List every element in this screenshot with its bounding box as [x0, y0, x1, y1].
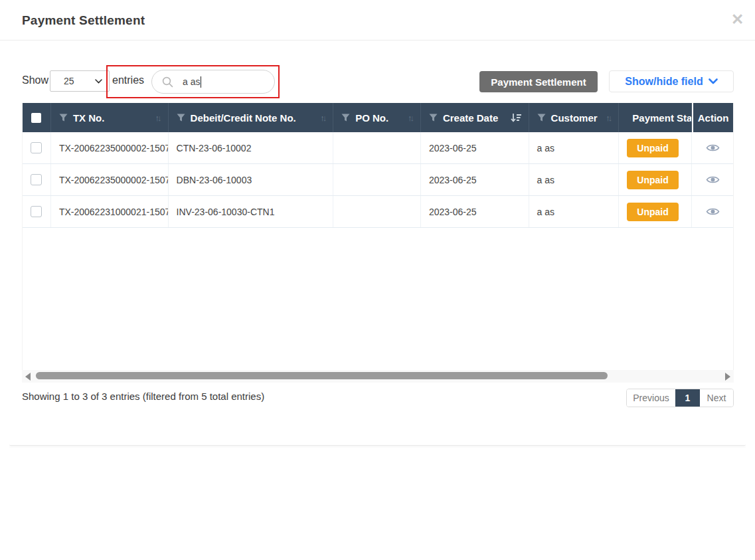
header-label: PO No. [355, 112, 388, 124]
payment-settlement-table: TX No.↑↓Debeit/Credit Note No.↑↓PO No.↑↓… [22, 103, 734, 370]
cell-customer: a as [529, 132, 620, 163]
cell-payment_status: Unpaid [619, 164, 692, 195]
filter-icon[interactable] [341, 114, 350, 122]
show-hide-field-label: Show/hide field [625, 76, 703, 88]
table-row: TX-20062235000002-15076DBN-23-06-1000320… [23, 164, 733, 196]
search-icon [162, 76, 173, 88]
table-body: TX-20062235000002-15076CTN-23-06-1000220… [23, 132, 733, 228]
scroll-right-icon[interactable] [725, 373, 730, 381]
header-cell-payment_status[interactable]: Payment Sta [619, 103, 692, 132]
chevron-down-icon [95, 79, 102, 84]
eye-icon[interactable] [706, 175, 720, 184]
status-badge[interactable]: Unpaid [627, 203, 678, 221]
cell-tx_no: TX-20062231000021-15076 [51, 196, 169, 227]
previous-button[interactable]: Previous [627, 389, 675, 407]
pagination: Previous 1 Next [626, 389, 734, 407]
cell-po_no [333, 196, 421, 227]
cell-action [692, 196, 733, 227]
filter-icon[interactable] [429, 114, 438, 122]
header-cell-select [23, 103, 51, 132]
page-title: Payment Settlement [22, 13, 145, 28]
entries-per-page-select[interactable]: 25 [50, 70, 110, 92]
cell-po_no [333, 132, 421, 163]
close-icon[interactable]: ✕ [731, 12, 744, 27]
page-size-value: 25 [64, 76, 74, 86]
cell-tx_no: TX-20062235000002-15076 [51, 164, 169, 195]
row-checkbox[interactable] [31, 142, 42, 153]
entries-label: entries [112, 74, 144, 86]
modal-bottom-divider [9, 444, 746, 446]
row-checkbox[interactable] [31, 206, 42, 217]
entries-info: Showing 1 to 3 of 3 entries (filtered fr… [22, 391, 264, 402]
status-badge[interactable]: Unpaid [627, 139, 678, 157]
cell-create_date: 2023-06-25 [421, 196, 529, 227]
header-cell-customer[interactable]: Customer↑↓ [529, 103, 620, 132]
table-header: TX No.↑↓Debeit/Credit Note No.↑↓PO No.↑↓… [23, 103, 733, 132]
cell-po_no [333, 164, 421, 195]
cell-customer: a as [529, 164, 620, 195]
cell-tx_no: TX-20062235000002-15076 [51, 132, 169, 163]
filter-icon[interactable] [537, 114, 546, 122]
table-row: TX-20062231000021-15076INV-23-06-10030-C… [23, 196, 733, 228]
filter-icon[interactable] [177, 114, 185, 122]
cell-note_no: DBN-23-06-10003 [169, 164, 334, 195]
cell-select [23, 164, 51, 195]
header-cell-tx_no[interactable]: TX No.↑↓ [51, 103, 169, 132]
search-input[interactable]: a as [151, 70, 275, 94]
cell-action [692, 164, 733, 195]
cell-payment_status: Unpaid [619, 132, 692, 163]
header-label: Create Date [443, 112, 498, 124]
cell-payment_status: Unpaid [619, 196, 692, 227]
cell-note_no: CTN-23-06-10002 [169, 132, 334, 163]
sort-icon[interactable]: ↑↓ [606, 113, 610, 123]
show-label: Show [22, 74, 48, 86]
sort-icon[interactable]: ↑↓ [320, 113, 325, 123]
sort-desc-icon[interactable] [511, 113, 522, 123]
cell-create_date: 2023-06-25 [421, 164, 529, 195]
header-label: TX No. [73, 112, 105, 124]
text-cursor [201, 76, 201, 88]
cell-create_date: 2023-06-25 [421, 132, 529, 163]
header-cell-action[interactable]: Action [692, 103, 733, 132]
header-cell-po_no[interactable]: PO No.↑↓ [333, 103, 421, 132]
sort-icon[interactable]: ↑↓ [155, 113, 160, 123]
horizontal-scrollbar[interactable] [22, 370, 734, 383]
row-checkbox[interactable] [31, 174, 42, 185]
next-button[interactable]: Next [700, 389, 733, 407]
table-row: TX-20062235000002-15076CTN-23-06-1000220… [23, 132, 733, 164]
eye-icon[interactable] [706, 143, 720, 152]
cell-select [23, 196, 51, 227]
show-hide-field-button[interactable]: Show/hide field [609, 70, 734, 92]
sort-icon[interactable]: ↑↓ [408, 113, 412, 123]
scroll-left-icon[interactable] [25, 373, 31, 381]
header-label: Debeit/Credit Note No. [191, 112, 296, 124]
select-all-checkbox[interactable] [31, 113, 41, 123]
header-cell-create_date[interactable]: Create Date [421, 103, 529, 132]
cell-customer: a as [529, 196, 620, 227]
search-value: a as [183, 76, 200, 87]
status-badge[interactable]: Unpaid [627, 171, 678, 189]
header-divider [0, 40, 755, 41]
header-label: Customer [551, 112, 598, 124]
eye-icon[interactable] [706, 207, 720, 216]
cell-select [23, 132, 51, 163]
header-cell-note_no[interactable]: Debeit/Credit Note No.↑↓ [169, 103, 334, 132]
header-label: Action [698, 112, 729, 124]
header-label: Payment Sta [632, 112, 692, 124]
scrollbar-thumb[interactable] [36, 372, 608, 379]
chevron-down-icon [709, 78, 718, 84]
page-1-button[interactable]: 1 [675, 389, 700, 407]
cell-note_no: INV-23-06-10030-CTN1 [169, 196, 334, 227]
cell-action [692, 132, 733, 163]
filter-icon[interactable] [59, 114, 68, 122]
payment-settlement-button[interactable]: Payment Settlement [479, 71, 598, 92]
